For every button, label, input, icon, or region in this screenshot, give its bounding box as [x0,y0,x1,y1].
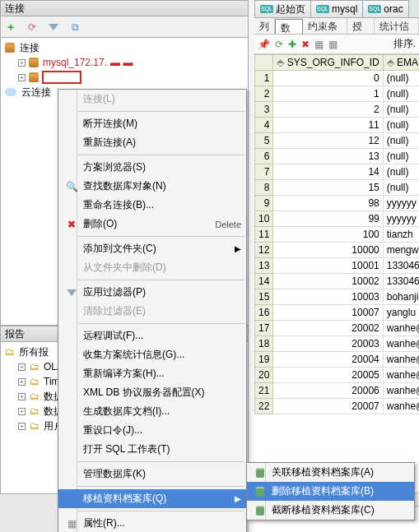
table-row[interactable]: 1920004wanhe@c [255,352,420,368]
cell[interactable]: 1330463 [383,274,419,289]
table-row[interactable]: 1510003bohanji [255,289,420,305]
table-row[interactable]: 1610007yanglu [255,305,420,321]
expand-icon[interactable]: + [18,363,26,371]
tree-item[interactable]: + mysql_172.17. ▬ ▬ [3,55,245,70]
cell[interactable]: 0 [273,71,383,86]
cell[interactable]: 12 [273,133,383,149]
cell[interactable]: (null) [383,133,419,149]
subtab-grants[interactable]: 授权 [347,18,375,34]
data-grid[interactable]: ⬘ SYS_ORG_INFO_ID ⬘ EMAIL 10(null)21(nul… [254,54,419,414]
windows-icon[interactable]: ⧉ [68,21,81,34]
table-row[interactable]: 411(null) [255,118,420,133]
sort-label[interactable]: 排序. [393,37,416,51]
menu-item[interactable]: 管理数据库(K) [58,465,246,483]
cell[interactable]: 10001 [273,258,383,274]
table-row[interactable]: 21(null) [255,86,420,102]
table-row[interactable]: 613(null) [255,149,420,164]
col-header[interactable]: ⬘ SYS_ORG_INFO_ID [273,55,383,71]
cell[interactable]: 20007 [273,399,383,414]
subtab-data[interactable]: 数据 [275,19,303,35]
subtab-columns[interactable]: 列 [254,18,275,34]
cell[interactable]: 11 [273,118,383,133]
cell[interactable]: 15 [273,180,383,196]
cell[interactable]: wanhe@c [383,352,419,368]
table-row[interactable]: 1099yyyyyy [255,211,420,227]
cell[interactable]: 20004 [273,352,383,368]
cell[interactable]: (null) [383,86,419,102]
add-row-icon[interactable]: ✚ [288,39,296,50]
rollback-icon[interactable]: ▦ [328,39,338,50]
table-row[interactable]: 2020005wanhe@c [255,368,420,383]
menu-item[interactable]: 移植资料档案库(Q)▶ [58,489,246,508]
cell[interactable]: (null) [383,180,419,196]
cell[interactable]: (null) [383,71,419,86]
table-row[interactable]: 14100021330463 [255,274,420,289]
subtab-stats[interactable]: 统计信息 [375,18,419,34]
delete-row-icon[interactable]: ✖ [301,39,310,50]
menu-item[interactable]: 生成数据库文档(I)... [58,402,246,421]
tree-item-selected[interactable]: + [3,70,245,85]
cell[interactable]: 100 [273,227,383,243]
menu-item[interactable]: 重设口令(J)... [58,421,246,440]
cell[interactable]: 20005 [273,368,383,383]
cell[interactable]: yanglu [383,305,419,321]
cell[interactable]: 10007 [273,305,383,321]
menu-item[interactable]: 打开 SQL 工作表(T) [58,440,246,459]
cell[interactable]: 10003 [273,289,383,305]
table-row[interactable]: 512(null) [255,133,420,149]
expand-icon[interactable]: + [18,378,26,386]
table-row[interactable]: 2220007wanhe@c [255,399,420,414]
menu-item[interactable]: 收集方案统计信息(G)... [58,345,246,364]
table-row[interactable]: 714(null) [255,164,420,180]
refresh-icon[interactable]: ⟳ [26,21,39,34]
table-row[interactable]: 998yyyyyy [255,196,420,211]
menu-item[interactable]: ▦属性(R)... [58,514,246,532]
subtab-constraints[interactable]: 约束条件 [303,18,347,34]
submenu-item[interactable]: 截断移植资料档案库(C) [247,501,414,520]
cell[interactable]: 1 [273,86,383,102]
cell[interactable]: yyyyyy [383,211,419,227]
cell[interactable]: 99 [273,211,383,227]
menu-item[interactable]: 重新连接(A) [58,133,246,152]
cell[interactable]: (null) [383,102,419,118]
cell[interactable]: 98 [273,196,383,211]
menu-item[interactable]: XML DB 协议服务器配置(X) [58,383,246,402]
menu-item[interactable]: 添加到文件夹(C)▶ [58,239,246,258]
cell[interactable]: wanhe@c [383,336,419,352]
tab-orac[interactable]: SQLorac [362,0,408,17]
table-row[interactable]: 815(null) [255,180,420,196]
cell[interactable]: 20002 [273,321,383,336]
menu-item[interactable]: 🔍查找数据库对象(N) [58,177,246,196]
funnel-icon[interactable] [47,21,60,34]
pin-icon[interactable]: 📌 [258,39,270,50]
refresh-grid-icon[interactable]: ⟳ [275,39,283,50]
cell[interactable]: bohanji [383,289,419,305]
expand-icon[interactable]: + [18,408,26,415]
cell[interactable]: (null) [383,149,419,164]
cell[interactable]: 14 [273,164,383,180]
menu-item[interactable]: 应用过滤器(P) [58,283,246,302]
cell[interactable]: 1330463 [383,258,419,274]
expand-icon[interactable]: + [18,423,26,430]
cell[interactable]: wanhe@c [383,399,419,414]
expand-icon[interactable]: + [18,393,26,400]
menu-item[interactable]: 重新编译方案(H)... [58,364,246,383]
cell[interactable]: (null) [383,164,419,180]
cell[interactable]: yyyyyy [383,196,419,211]
table-row[interactable]: 13100011330463 [255,258,420,274]
cell[interactable]: tianzh [383,227,419,243]
menu-item[interactable]: 断开连接(M) [58,114,246,133]
menu-item[interactable]: ✖删除(O)Delete [58,215,246,234]
tab-mysql[interactable]: SQLmysql [310,0,363,17]
tree-root[interactable]: 连接 [3,40,245,55]
table-row[interactable]: 1210000mengwei [255,243,420,258]
cell[interactable]: wanhe@c [383,321,419,336]
table-row[interactable]: 1820003wanhe@c [255,336,420,352]
submenu-item[interactable]: 删除移植资料档案库(B) [247,482,414,501]
expand-icon[interactable]: + [18,74,26,81]
cell[interactable]: mengwei [383,243,419,258]
table-row[interactable]: 1720002wanhe@c [255,321,420,336]
expand-icon[interactable]: + [18,59,26,67]
table-row[interactable]: 10(null) [255,71,420,86]
menu-item[interactable]: 重命名连接(B)... [58,196,246,215]
